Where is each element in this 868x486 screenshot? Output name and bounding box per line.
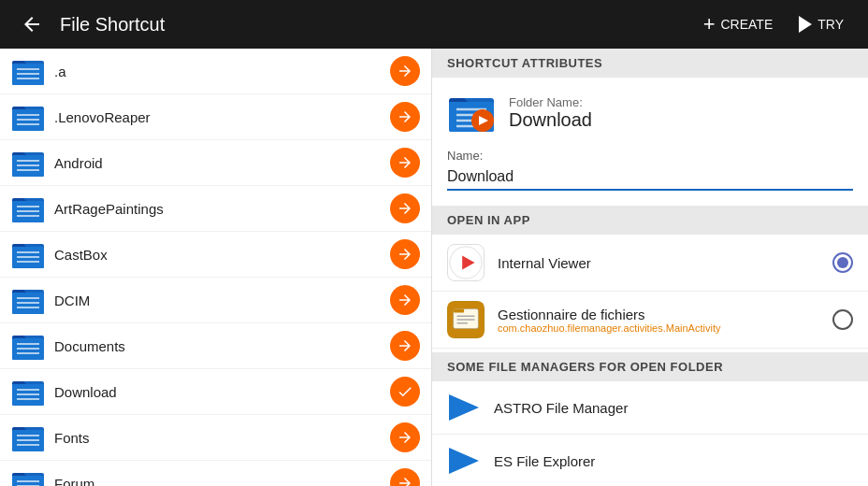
file-manager-radio[interactable] (832, 309, 853, 330)
arrow-button[interactable] (390, 193, 420, 223)
app-item-file-manager[interactable]: Gestionnaire de fichiers com.chaozhuo.fi… (432, 292, 868, 349)
try-label: TRY (817, 17, 844, 32)
folder-icon (11, 100, 45, 134)
file-list-panel: .a .LenovoReaper Android ArtRagePainting… (0, 49, 432, 486)
create-label: CREATE (721, 17, 774, 32)
file-name: CastBox (54, 247, 390, 263)
name-input[interactable] (447, 164, 853, 191)
folder-icon-large (447, 89, 496, 137)
list-item[interactable]: Fonts (0, 415, 431, 461)
file-manager-name: Gestionnaire de fichiers (498, 307, 832, 322)
folder-icon (11, 237, 45, 271)
arrow-button[interactable] (390, 56, 420, 86)
open-in-app-header: OPEN IN APP (432, 206, 868, 235)
try-button[interactable]: TRY (789, 10, 853, 38)
file-managers-section: SOME FILE MANAGERS FOR OPEN FOLDER ASTRO… (432, 352, 868, 486)
folder-icon (11, 192, 45, 225)
svg-rect-77 (454, 309, 464, 313)
folder-value: Download (509, 109, 592, 131)
file-managers-header: SOME FILE MANAGERS FOR OPEN FOLDER (432, 352, 868, 381)
shortcut-attributes-header: SHORTCUT ATTRIBUTES (432, 49, 868, 78)
shortcut-panel: SHORTCUT ATTRIBUTES Folder Name: Downloa (432, 49, 868, 486)
back-button[interactable] (15, 7, 49, 41)
folder-icon (11, 54, 45, 88)
internal-viewer-name: Internal Viewer (498, 255, 832, 271)
list-item[interactable]: Android (0, 140, 431, 186)
folder-icon (11, 146, 45, 179)
name-label: Name: (432, 145, 868, 164)
file-name: Download (54, 384, 390, 400)
folder-icon (11, 283, 45, 317)
app-item-internal-viewer[interactable]: Internal Viewer (432, 235, 868, 292)
check-button[interactable] (390, 377, 420, 407)
open-in-app-section: OPEN IN APP Internal Viewer (432, 206, 868, 349)
folder-icon (11, 329, 45, 363)
list-item[interactable]: Forum (0, 461, 431, 486)
list-item[interactable]: DCIM (0, 278, 431, 323)
folder-icon (11, 375, 45, 408)
arrow-button[interactable] (390, 148, 420, 178)
play-icon (799, 16, 812, 33)
app-icon (447, 444, 481, 478)
list-item[interactable]: ES File Explorer (432, 435, 868, 486)
file-name: .LenovoReaper (54, 109, 390, 125)
list-item[interactable]: Download (0, 369, 431, 415)
arrow-button[interactable] (390, 331, 420, 361)
arrow-button[interactable] (390, 422, 420, 452)
file-name: DCIM (54, 293, 390, 308)
folder-label: Folder Name: (509, 95, 592, 109)
file-manager-subtitle: com.chaozhuo.filemanager.activities.Main… (498, 322, 832, 334)
list-item[interactable]: ASTRO File Manager (432, 381, 868, 435)
file-name: .a (54, 64, 390, 79)
app-name: ES File Explorer (494, 453, 853, 469)
folder-name-info: Folder Name: Download (509, 95, 592, 131)
list-item[interactable]: .a (0, 49, 431, 94)
file-name: Documents (54, 338, 390, 354)
app-header: File Shortcut + CREATE TRY (0, 0, 868, 49)
svg-marker-82 (449, 448, 479, 474)
arrow-button[interactable] (390, 468, 420, 486)
file-name: ArtRagePaintings (54, 201, 390, 217)
file-name: Android (54, 155, 390, 171)
page-title: File Shortcut (60, 14, 694, 36)
arrow-button[interactable] (390, 239, 420, 269)
arrow-button[interactable] (390, 285, 420, 315)
internal-viewer-icon (447, 244, 485, 281)
folder-icon (11, 466, 45, 486)
plus-icon: + (703, 12, 716, 36)
header-actions: + CREATE TRY (694, 7, 853, 42)
file-manager-icon (447, 301, 485, 338)
app-name: ASTRO File Manager (494, 400, 853, 416)
folder-name-row: Folder Name: Download (432, 78, 868, 145)
list-item[interactable]: ArtRagePaintings (0, 186, 431, 232)
internal-viewer-radio[interactable] (832, 252, 853, 273)
create-button[interactable]: + CREATE (694, 7, 783, 42)
list-item[interactable]: Documents (0, 323, 431, 369)
arrow-button[interactable] (390, 102, 420, 132)
svg-marker-81 (449, 394, 479, 421)
main-content: .a .LenovoReaper Android ArtRagePainting… (0, 49, 868, 486)
list-item[interactable]: .LenovoReaper (0, 94, 431, 140)
app-icon (447, 391, 481, 424)
list-item[interactable]: CastBox (0, 232, 431, 278)
file-name: Fonts (54, 430, 390, 446)
file-name: Forum (54, 476, 390, 487)
folder-icon (11, 421, 45, 454)
